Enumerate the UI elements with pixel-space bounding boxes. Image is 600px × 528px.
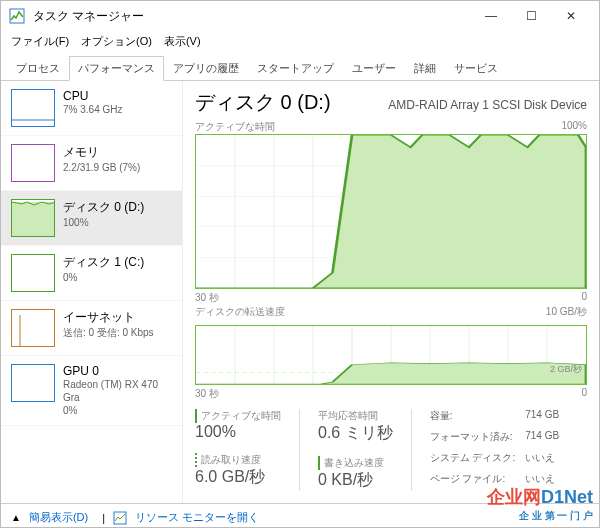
gpu0-label: GPU 0 [63,364,172,378]
sidebar-item-cpu[interactable]: CPU7% 3.64 GHz [1,81,182,136]
tab-users[interactable]: ユーザー [343,56,405,81]
formatted-value: 714 GB [525,430,559,449]
capacity-value: 714 GB [525,409,559,428]
menubar: ファイル(F) オプション(O) 表示(V) [1,31,599,51]
sidebar-item-ethernet[interactable]: イーサネット送信: 0 受信: 0 Kbps [1,301,182,356]
graph1-max: 100% [561,120,587,134]
sidebar-item-disk-0[interactable]: ディスク 0 (D:)100% [1,191,182,246]
tab-app-history[interactable]: アプリの履歴 [164,56,248,81]
device-name: AMD-RAID Array 1 SCSI Disk Device [388,98,587,112]
tab-services[interactable]: サービス [445,56,507,81]
disk1-thumb [11,254,55,292]
avg-resp-value: 0.6 ミリ秒 [318,423,393,444]
cpu-sub: 7% 3.64 GHz [63,103,122,116]
memory-sub: 2.2/31.9 GB (7%) [63,161,140,174]
disk0-sub: 100% [63,216,144,229]
sysdisk-label: システム ディスク: [430,451,516,470]
avg-resp-label: 平均応答時間 [318,409,393,423]
gpu0-thumb [11,364,55,402]
gpu0-sub: Radeon (TM) RX 470 Gra 0% [63,378,172,417]
menu-options[interactable]: オプション(O) [81,34,152,49]
graph2-xleft: 30 秒 [195,387,219,401]
tabstrip: プロセス パフォーマンス アプリの履歴 スタートアップ ユーザー 詳細 サービス [1,55,599,81]
graph2-max: 10 GB/秒 [546,305,587,319]
ethernet-thumb [11,309,55,347]
resource-monitor-link[interactable]: リソース モニターを開く [135,510,259,525]
minimize-button[interactable]: — [471,2,511,30]
menu-view[interactable]: 表示(V) [164,34,201,49]
memory-thumb [11,144,55,182]
maximize-button[interactable]: ☐ [511,2,551,30]
read-speed-value: 6.0 GB/秒 [195,467,281,488]
active-time-value: 100% [195,423,281,441]
disk-meta: 容量:714 GB フォーマット済み:714 GB システム ディスク:いいえ … [430,409,559,491]
tab-details[interactable]: 詳細 [405,56,445,81]
page-title: ディスク 0 (D:) [195,89,331,116]
window-title: タスク マネージャー [33,8,471,25]
graph1-label: アクティブな時間 [195,120,275,134]
transfer-speed-graph: 2 GB/秒 [195,325,587,385]
tab-startup[interactable]: スタートアップ [248,56,343,81]
svg-rect-1 [12,202,54,236]
tab-processes[interactable]: プロセス [7,56,69,81]
main-pane: ディスク 0 (D:) AMD-RAID Array 1 SCSI Disk D… [183,81,599,503]
ethernet-sub: 送信: 0 受信: 0 Kbps [63,326,154,339]
active-time-label: アクティブな時間 [195,409,281,423]
sidebar-item-gpu-0[interactable]: GPU 0Radeon (TM) RX 470 Gra 0% [1,356,182,426]
disk1-label: ディスク 1 (C:) [63,254,144,271]
graph2-xright: 0 [581,387,587,401]
memory-label: メモリ [63,144,140,161]
graph1-xleft: 30 秒 [195,291,219,305]
content: CPU7% 3.64 GHz メモリ2.2/31.9 GB (7%) ディスク … [1,81,599,503]
svg-rect-28 [114,512,126,524]
tab-performance[interactable]: パフォーマンス [69,56,164,81]
ethernet-label: イーサネット [63,309,154,326]
sidebar-item-disk-1[interactable]: ディスク 1 (C:)0% [1,246,182,301]
capacity-label: 容量: [430,409,516,428]
chevron-up-icon: ▲ [11,512,21,523]
sidebar-item-memory[interactable]: メモリ2.2/31.9 GB (7%) [1,136,182,191]
resmon-icon [113,511,127,525]
watermark: 企业网D1Net企 业 第 一 门 户 [487,485,593,523]
graph1-xright: 0 [581,291,587,305]
cpu-thumb [11,89,55,127]
svg-marker-16 [196,135,586,288]
titlebar: タスク マネージャー — ☐ ✕ [1,1,599,31]
sysdisk-value: いいえ [525,451,559,470]
formatted-label: フォーマット済み: [430,430,516,449]
app-icon [9,8,25,24]
graph2-label: ディスクの転送速度 [195,305,285,319]
cpu-label: CPU [63,89,122,103]
sidebar: CPU7% 3.64 GHz メモリ2.2/31.9 GB (7%) ディスク … [1,81,183,503]
write-speed-value: 0 KB/秒 [318,470,393,491]
read-speed-label: 読み取り速度 [195,453,281,467]
disk0-label: ディスク 0 (D:) [63,199,144,216]
write-speed-label: 書き込み速度 [318,456,393,470]
disk0-thumb [11,199,55,237]
disk1-sub: 0% [63,271,144,284]
close-button[interactable]: ✕ [551,2,591,30]
active-time-graph [195,134,587,289]
menu-file[interactable]: ファイル(F) [11,34,69,49]
fewer-details-link[interactable]: 簡易表示(D) [29,510,88,525]
graph2-gridlabel: 2 GB/秒 [550,363,582,376]
stats: アクティブな時間100% 読み取り速度6.0 GB/秒 平均応答時間0.6 ミリ… [195,409,587,491]
svg-marker-27 [196,363,586,384]
